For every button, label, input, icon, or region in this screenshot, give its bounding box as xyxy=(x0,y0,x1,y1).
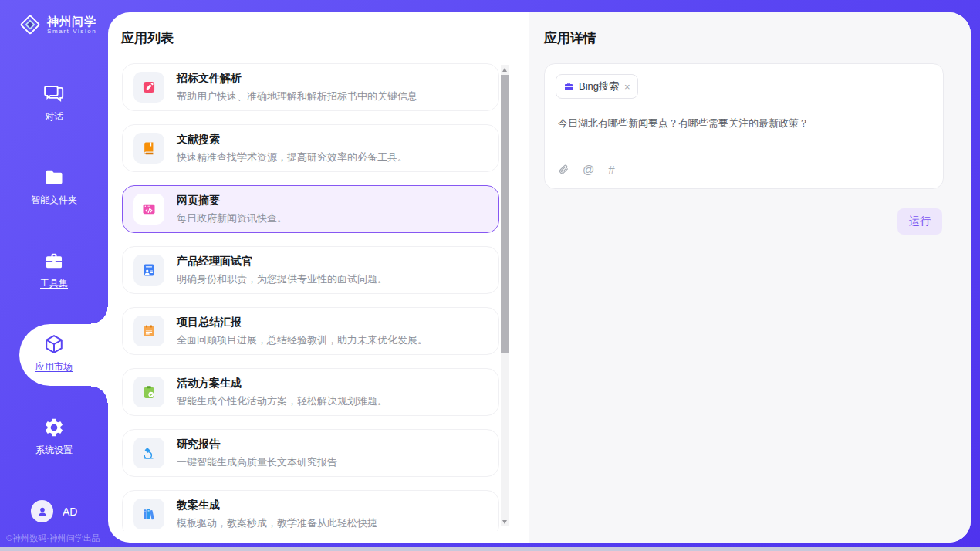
prompt-card[interactable]: Bing搜索 × 今日湖北有哪些新闻要点？有哪些需要关注的最新政策？ @ # xyxy=(544,63,944,189)
book-icon xyxy=(133,133,164,164)
app-card-event-plan[interactable]: 活动方案生成 智能生成个性化活动方案，轻松解决规划难题。 xyxy=(122,368,499,416)
app-card-pm-interviewer[interactable]: 产品经理面试官 明确身份和职责，为您提供专业性的面试问题。 xyxy=(122,246,499,294)
brand-subtitle: Smart Vision xyxy=(47,28,96,35)
app-detail-title: 应用详情 xyxy=(544,29,596,47)
toolbox-icon xyxy=(0,250,108,272)
prompt-input[interactable]: 今日湖北有哪些新闻要点？有哪些需要关注的最新政策？ xyxy=(558,117,928,130)
run-button[interactable]: 运行 xyxy=(897,208,942,235)
cube-icon xyxy=(0,333,108,355)
sidebar-item-label: 工具集 xyxy=(0,277,108,290)
microscope-icon xyxy=(133,438,164,468)
sidebar-item-label: 对话 xyxy=(0,110,108,123)
clipboard-check-icon xyxy=(133,377,164,407)
app-desc: 帮助用户快速、准确地理解和解析招标书中的关键信息 xyxy=(177,90,417,103)
diamond-logo-icon xyxy=(19,13,42,36)
scroll-up-arrow-icon[interactable] xyxy=(501,65,509,74)
app-card-literature-search[interactable]: 文献搜索 快速精准查找学术资源，提高研究效率的必备工具。 xyxy=(122,124,499,172)
main-panel: 应用列表 招标文件解析 帮助用户快速、准确地理解和解析招标书中的关键信息 xyxy=(108,12,971,543)
app-card-web-summary[interactable]: 网页摘要 每日政府新闻资讯快查。 xyxy=(122,185,499,233)
sidebar-item-chat[interactable]: 对话 xyxy=(0,83,108,123)
tool-tag-label: Bing搜索 xyxy=(579,79,619,93)
app-desc: 模板驱动，教案秒成，教学准备从此轻松快捷 xyxy=(177,516,377,530)
app-desc: 明确身份和职责，为您提供专业性的面试问题。 xyxy=(177,272,387,286)
app-name: 招标文件解析 xyxy=(177,72,417,86)
attachment-icon[interactable] xyxy=(558,164,569,175)
bubble-corner-bottom xyxy=(91,386,108,403)
prompt-toolbar: @ # xyxy=(558,163,615,176)
gear-icon xyxy=(0,417,108,438)
app-name: 网页摘要 xyxy=(177,194,287,208)
app-name: 活动方案生成 xyxy=(177,377,387,390)
sidebar-item-label: 系统设置 xyxy=(0,444,108,457)
person-icon xyxy=(36,505,49,518)
sidebar-item-smart-folder[interactable]: 智能文件夹 xyxy=(0,167,108,207)
app-card-research-report[interactable]: 研究报告 一键智能生成高质量长文本研究报告 xyxy=(122,429,499,477)
app-list-title: 应用列表 xyxy=(121,29,174,47)
app-list-pane: 应用列表 招标文件解析 帮助用户快速、准确地理解和解析招标书中的关键信息 xyxy=(108,12,529,543)
close-icon[interactable]: × xyxy=(624,82,630,92)
report-note-icon xyxy=(133,316,164,346)
folder-icon xyxy=(0,167,108,188)
app-desc: 全面回顾项目进展，总结经验教训，助力未来优化发展。 xyxy=(177,333,427,347)
sidebar-item-app-market[interactable]: 应用市场 xyxy=(0,333,108,374)
app-detail-pane: 应用详情 Bing搜索 × 今日湖北有哪些新闻要点？有哪些需要关注的最新政策？ … xyxy=(529,12,971,543)
scrollbar-thumb[interactable] xyxy=(501,75,509,353)
user-initials: AD xyxy=(63,505,77,518)
app-name: 产品经理面试官 xyxy=(177,255,387,269)
hash-icon[interactable]: # xyxy=(608,163,614,176)
app-name: 文献搜索 xyxy=(177,133,407,147)
sidebar-item-toolbox[interactable]: 工具集 xyxy=(0,250,108,290)
app-desc: 一键智能生成高质量长文本研究报告 xyxy=(177,455,337,469)
app-card-bid-analysis[interactable]: 招标文件解析 帮助用户快速、准确地理解和解析招标书中的关键信息 xyxy=(122,63,499,111)
chat-icon xyxy=(0,83,108,105)
bottom-strip xyxy=(0,547,980,551)
briefcase-icon xyxy=(563,81,574,92)
bubble-corner-top xyxy=(91,307,108,324)
user-account[interactable]: AD xyxy=(31,500,77,522)
browser-code-icon xyxy=(133,194,164,225)
brand: 神州问学 Smart Vision xyxy=(19,13,96,36)
sidebar: 神州问学 Smart Vision 对话 智能文件夹 xyxy=(0,0,108,551)
interview-doc-icon xyxy=(133,255,164,286)
books-icon xyxy=(133,499,164,529)
avatar xyxy=(31,500,53,522)
app-desc: 智能生成个性化活动方案，轻松解决规划难题。 xyxy=(177,394,387,408)
app-card-project-summary[interactable]: 项目总结汇报 全面回顾项目进展，总结经验教训，助力未来优化发展。 xyxy=(122,307,499,355)
mention-icon[interactable]: @ xyxy=(583,163,594,176)
app-desc: 每日政府新闻资讯快查。 xyxy=(177,211,287,225)
tool-tag-bing-search[interactable]: Bing搜索 × xyxy=(556,74,638,99)
scroll-down-arrow-icon[interactable] xyxy=(501,517,509,526)
app-list-scrollbar[interactable] xyxy=(501,65,509,526)
brand-name: 神州问学 xyxy=(47,15,96,28)
edit-doc-icon xyxy=(133,72,164,103)
app-name: 项目总结汇报 xyxy=(177,316,427,330)
sidebar-item-label: 应用市场 xyxy=(0,360,108,374)
app-name: 教案生成 xyxy=(177,499,377,512)
sidebar-item-settings[interactable]: 系统设置 xyxy=(0,417,108,457)
app-card-lesson-plan[interactable]: 教案生成 模板驱动，教案秒成，教学准备从此轻松快捷 xyxy=(122,490,499,531)
sidebar-item-label: 智能文件夹 xyxy=(0,194,108,207)
copyright-footer: ©神州数码·神州问学出品 xyxy=(6,532,100,544)
app-name: 研究报告 xyxy=(177,438,337,451)
app-list: 招标文件解析 帮助用户快速、准确地理解和解析招标书中的关键信息 文献搜索 快速精… xyxy=(122,63,500,531)
app-desc: 快速精准查找学术资源，提高研究效率的必备工具。 xyxy=(177,150,407,164)
